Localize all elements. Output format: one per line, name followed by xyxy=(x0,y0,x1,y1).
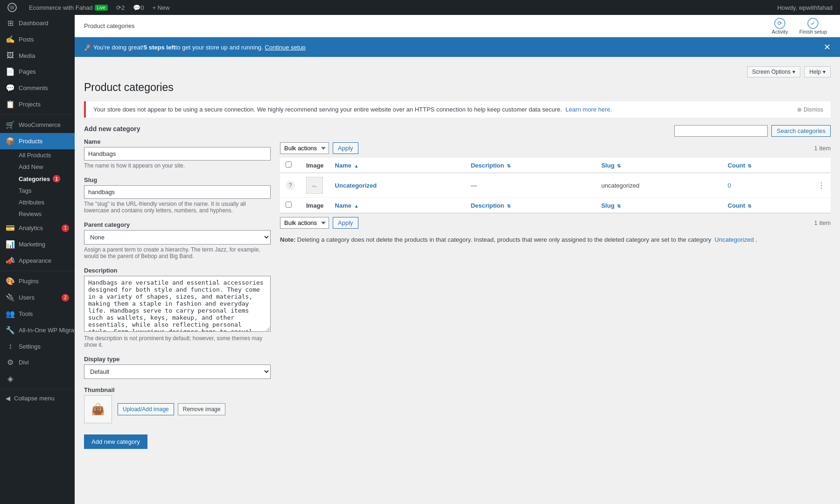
category-name-link[interactable]: Uncategorized xyxy=(335,182,377,189)
add-category-form: Add new category Name The name is how it… xyxy=(84,125,271,449)
row-count-cell: 0 xyxy=(722,173,812,198)
footer-slug-sort-icon: ⇅ xyxy=(617,203,621,209)
sidebar-item-comments[interactable]: 💬 Comments xyxy=(0,80,75,96)
thumbnail-buttons: Upload/Add image Remove image xyxy=(118,403,225,415)
search-categories-button[interactable]: Search categories xyxy=(771,125,831,137)
apply-button-bottom[interactable]: Apply xyxy=(333,217,358,229)
table-header-name[interactable]: Name ▲ xyxy=(329,158,465,173)
parent-select[interactable]: None xyxy=(84,230,271,245)
table-footer-count[interactable]: Count ⇅ xyxy=(722,198,812,213)
adminbar-updates[interactable]: ⟳ 2 xyxy=(112,0,128,15)
sidebar-item-tools[interactable]: 🔧 All-In-One WP Migration xyxy=(0,322,75,338)
activity-button[interactable]: ⟳ Activity xyxy=(768,16,792,36)
row-drag-cell: ⋮ xyxy=(812,173,831,198)
screen-options-chevron-icon: ▾ xyxy=(792,69,795,75)
table-footer-slug[interactable]: Slug ⇅ xyxy=(595,198,722,213)
bulk-actions-select-top[interactable]: Bulk actions xyxy=(280,142,329,154)
apply-button-top[interactable]: Apply xyxy=(333,142,358,154)
sidebar-item-media[interactable]: 🖼 Media xyxy=(0,48,75,63)
select-all-checkbox[interactable] xyxy=(286,161,292,168)
row-image-cell xyxy=(301,173,329,198)
divi-icon: ◈ xyxy=(6,374,15,383)
screen-options-button[interactable]: Screen Options ▾ xyxy=(747,66,801,77)
table-header-count[interactable]: Count ⇅ xyxy=(722,158,812,173)
sidebar-item-payments[interactable]: 💳 Analytics 1 xyxy=(0,220,75,236)
row-description-cell: — xyxy=(465,173,596,198)
sidebar-item-aio[interactable]: ↕ Settings xyxy=(0,338,75,354)
display-type-select[interactable]: Default Products Subcategories Both xyxy=(84,364,271,379)
name-label: Name xyxy=(84,138,271,145)
table-footer-name[interactable]: Name ▲ xyxy=(329,198,465,213)
woocommerce-icon: 🛒 xyxy=(6,120,15,129)
page-title: Product categories xyxy=(84,81,831,94)
continue-setup-link[interactable]: Continue setup xyxy=(265,44,305,51)
table-footer-description[interactable]: Description ⇅ xyxy=(465,198,596,213)
select-all-checkbox-bottom[interactable] xyxy=(286,202,292,208)
table-header-slug[interactable]: Slug ⇅ xyxy=(595,158,722,173)
row-name-cell: Uncategorized xyxy=(329,173,465,198)
parent-hint: Assign a parent term to create a hierarc… xyxy=(84,246,271,259)
name-hint: The name is how it appears on your site. xyxy=(84,162,271,169)
notification-close-button[interactable]: ✕ xyxy=(824,42,831,52)
name-input[interactable] xyxy=(84,147,271,161)
adminbar-new[interactable]: + New xyxy=(148,0,173,15)
search-categories-input[interactable] xyxy=(674,125,768,137)
page-header-bar: Product categories ⟳ Activity ✓ Finish s… xyxy=(75,15,840,37)
sidebar-item-posts[interactable]: ✍ Posts xyxy=(0,31,75,48)
count-link[interactable]: 0 xyxy=(728,182,731,189)
adminbar-comments[interactable]: 💬 0 xyxy=(129,0,147,15)
analytics-icon: 📊 xyxy=(6,240,15,249)
sidebar-item-settings[interactable]: ⚙ Divi xyxy=(0,354,75,371)
sidebar-subitem-categories[interactable]: Categories 1 xyxy=(0,173,75,185)
sidebar-item-marketing[interactable]: 📣 Appearance xyxy=(0,252,75,269)
marketing-icon: 📣 xyxy=(6,256,15,265)
uncategorized-link[interactable]: Uncategorized xyxy=(714,236,754,243)
sidebar-item-pages[interactable]: 📄 Pages xyxy=(0,63,75,80)
adminbar-site-name[interactable]: Ecommerce with Fahad Live xyxy=(25,0,112,15)
sidebar-subitem-attributes[interactable]: Attributes xyxy=(0,196,75,208)
media-icon: 🖼 xyxy=(6,51,15,60)
sidebar-item-dashboard[interactable]: ⊞ Dashboard xyxy=(0,15,75,31)
display-type-field-group: Display type Default Products Subcategor… xyxy=(84,356,271,379)
footer-name-sort-icon: ▲ xyxy=(354,203,359,209)
settings-icon: ⚙ xyxy=(6,358,15,367)
display-type-label: Display type xyxy=(84,356,271,363)
sidebar-item-divi[interactable]: ◈ xyxy=(0,371,75,387)
sidebar-item-products[interactable]: 📦 Products xyxy=(0,133,75,149)
name-sort-icon: ▲ xyxy=(354,163,359,168)
adminbar-howdy[interactable]: Howdy, wpwithfahad xyxy=(774,0,836,15)
sidebar-item-projects[interactable]: 📋 Projects xyxy=(0,96,75,112)
table-header-description[interactable]: Description ⇅ xyxy=(465,158,596,173)
collapse-menu-btn[interactable]: ◀ Collapse menu xyxy=(0,391,75,406)
dismiss-notice-button[interactable]: ⊗ Dismiss xyxy=(797,106,823,113)
bulk-actions-select-bottom[interactable]: Bulk actions xyxy=(280,217,329,229)
sidebar-subitem-reviews[interactable]: Reviews xyxy=(0,208,75,220)
drag-handle-icon[interactable]: ⋮ xyxy=(818,182,825,189)
sidebar-item-appearance[interactable]: 🎨 Plugins xyxy=(0,273,75,289)
table-footer-drag xyxy=(812,198,831,213)
adminbar-wp-logo[interactable]: W xyxy=(4,0,24,15)
remove-image-button[interactable]: Remove image xyxy=(178,403,226,415)
count-sort-icon: ⇅ xyxy=(748,163,751,168)
sidebar-item-analytics[interactable]: 📊 Marketing xyxy=(0,236,75,252)
upload-image-button[interactable]: Upload/Add image xyxy=(118,403,174,415)
finish-setup-button[interactable]: ✓ Finish setup xyxy=(796,16,831,36)
sidebar-item-plugins[interactable]: 🔌 Users 2 xyxy=(0,289,75,306)
search-area: Search categories xyxy=(280,125,831,137)
sidebar-item-woocommerce[interactable]: 🛒 WooCommerce xyxy=(0,117,75,133)
slug-sort-icon: ⇅ xyxy=(617,163,621,168)
two-col-layout: Add new category Name The name is how it… xyxy=(84,125,831,449)
add-new-category-button[interactable]: Add new category xyxy=(84,434,147,449)
sidebar-item-users[interactable]: 👥 Tools xyxy=(0,306,75,322)
row-question-icon[interactable]: ? xyxy=(286,181,295,190)
description-textarea[interactable]: Handbags are versatile and essential acc… xyxy=(84,276,271,332)
table-header-image: Image xyxy=(301,158,329,173)
sidebar-subitem-add-new[interactable]: Add New xyxy=(0,161,75,173)
sidebar-subitem-all-products[interactable]: All Products xyxy=(0,149,75,161)
slug-input[interactable] xyxy=(84,185,271,199)
learn-more-link[interactable]: Learn more here. xyxy=(566,106,612,113)
svg-text:W: W xyxy=(10,5,14,10)
header-actions: ⟳ Activity ✓ Finish setup xyxy=(768,16,831,36)
sidebar-subitem-tags[interactable]: Tags xyxy=(0,185,75,196)
help-button[interactable]: Help ▾ xyxy=(804,66,831,77)
